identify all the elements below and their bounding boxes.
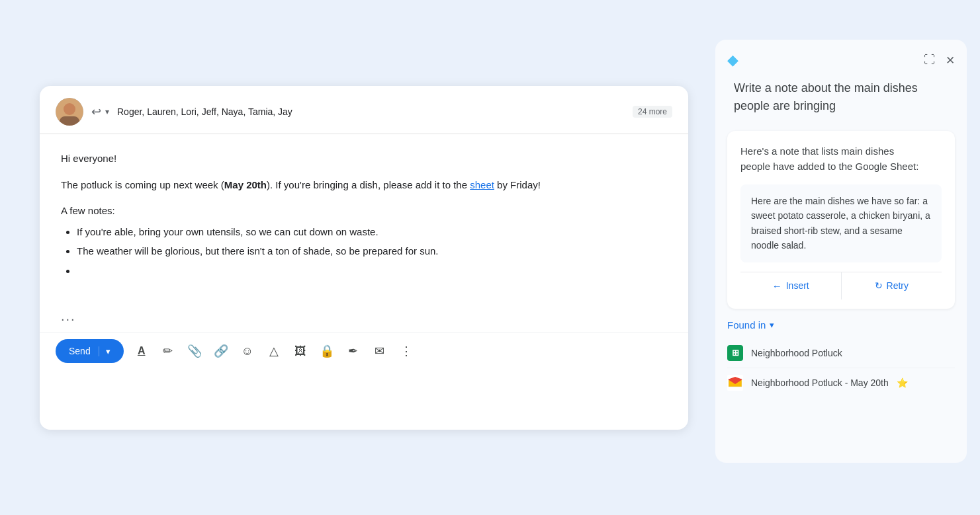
panel-actions: ← Insert ↻ Retry bbox=[740, 272, 942, 299]
email-line1: The potluck is coming up next week (May … bbox=[61, 177, 667, 194]
email-greeting: Hi everyone! bbox=[61, 150, 667, 167]
insert-label: Insert bbox=[786, 280, 809, 291]
found-in-item-sheets[interactable]: ⊞ Neighborhood Potluck bbox=[727, 338, 955, 368]
chevron-down-icon[interactable]: ▾ bbox=[105, 107, 109, 116]
right-panel: ◆ ⛶ ✕ Write a note about the main dishes… bbox=[715, 40, 967, 463]
panel-header: ◆ ⛶ ✕ bbox=[715, 40, 967, 74]
format-pen-icon[interactable]: ✏ bbox=[159, 342, 177, 360]
avatar bbox=[56, 98, 83, 126]
mail-icon[interactable]: ✉ bbox=[371, 342, 388, 360]
expand-dots[interactable]: ··· bbox=[61, 311, 76, 326]
format-underline-icon[interactable]: A bbox=[133, 342, 150, 360]
reply-icon[interactable]: ↩ bbox=[91, 104, 101, 119]
send-label: Send bbox=[69, 346, 99, 356]
star-icon: ⭐ bbox=[897, 377, 908, 388]
expand-icon[interactable]: ⛶ bbox=[924, 54, 935, 67]
more-badge[interactable]: 24 more bbox=[633, 106, 672, 118]
more-options-icon[interactable]: ⋮ bbox=[398, 342, 415, 360]
bullet-3 bbox=[77, 262, 667, 280]
sheet-link[interactable]: sheet bbox=[470, 179, 494, 190]
email-line1-end: by Friday! bbox=[497, 179, 541, 190]
panel-prompt: Write a note about the main dishespeople… bbox=[715, 74, 967, 131]
gmail-icon bbox=[727, 375, 743, 391]
drive-icon[interactable]: △ bbox=[265, 342, 283, 360]
panel-response-box: Here are the main dishes we have so far:… bbox=[740, 184, 942, 262]
retry-button[interactable]: ↻ Retry bbox=[841, 272, 942, 299]
bullet-2: The weather will be glorious, but there … bbox=[77, 243, 667, 260]
link-icon[interactable]: 🔗 bbox=[212, 342, 230, 360]
emoji-icon[interactable]: ☺ bbox=[239, 342, 256, 360]
email-content: Hi everyone! The potluck is coming up ne… bbox=[61, 150, 667, 279]
sheets-item-label: Neighborhood Potluck bbox=[751, 348, 842, 358]
found-in-chevron[interactable]: ▾ bbox=[770, 320, 774, 330]
compose-toolbar: Send ▾ A ✏ 📎 🔗 ☺ △ 🖼 🔒 ✒ ✉ ⋮ bbox=[40, 332, 688, 374]
retry-label: Retry bbox=[887, 280, 909, 291]
found-in-label: Found in bbox=[727, 319, 766, 331]
email-date-bold: May 20th bbox=[224, 179, 267, 190]
send-button[interactable]: Send ▾ bbox=[56, 339, 124, 363]
panel-response-intro: Here's a note that lists main dishespeop… bbox=[740, 144, 942, 174]
compose-header: ↩ ▾ Roger, Lauren, Lori, Jeff, Naya, Tam… bbox=[40, 86, 688, 134]
found-in-header[interactable]: Found in ▾ bbox=[727, 319, 955, 331]
sheets-icon: ⊞ bbox=[727, 345, 743, 361]
prompt-text: Write a note about the main dishespeople… bbox=[734, 81, 918, 112]
email-line1-pre: The potluck is coming up next week ( bbox=[61, 179, 224, 190]
bullet-1: If you're able, bring your own utensils,… bbox=[77, 223, 667, 241]
main-container: ↩ ▾ Roger, Lauren, Lori, Jeff, Naya, Tam… bbox=[0, 0, 980, 515]
found-in-section: Found in ▾ ⊞ Neighborhood Potluck bbox=[727, 319, 955, 397]
dots-row[interactable]: ··· bbox=[40, 306, 688, 332]
email-bullets: If you're able, bring your own utensils,… bbox=[77, 223, 667, 280]
image-icon[interactable]: 🖼 bbox=[292, 342, 309, 360]
attach-icon[interactable]: 📎 bbox=[186, 342, 203, 360]
insert-button[interactable]: ← Insert bbox=[740, 272, 841, 299]
compose-body: Hi everyone! The potluck is coming up ne… bbox=[40, 134, 688, 306]
close-icon[interactable]: ✕ bbox=[946, 54, 955, 67]
lock-icon[interactable]: 🔒 bbox=[318, 342, 335, 360]
compose-area: ↩ ▾ Roger, Lauren, Lori, Jeff, Naya, Tam… bbox=[40, 86, 688, 430]
email-notes-intro: A few notes: bbox=[61, 202, 667, 219]
response-text: Here are the main dishes we have so far:… bbox=[751, 196, 930, 251]
send-dropdown-arrow[interactable]: ▾ bbox=[99, 346, 111, 356]
gemini-icon: ◆ bbox=[727, 52, 738, 69]
signature-icon[interactable]: ✒ bbox=[345, 342, 362, 360]
email-line1-post: ). If you're bringing a dish, please add… bbox=[267, 179, 467, 190]
found-in-item-gmail[interactable]: Neighborhood Potluck - May 20th ⭐ bbox=[727, 368, 955, 397]
panel-response-card: Here's a note that lists main dishespeop… bbox=[727, 131, 955, 309]
retry-icon: ↻ bbox=[875, 280, 883, 291]
insert-arrow-icon: ← bbox=[772, 280, 782, 292]
gmail-item-label: Neighborhood Potluck - May 20th bbox=[751, 377, 889, 388]
recipients-label: Roger, Lauren, Lori, Jeff, Naya, Tamia, … bbox=[117, 106, 621, 117]
